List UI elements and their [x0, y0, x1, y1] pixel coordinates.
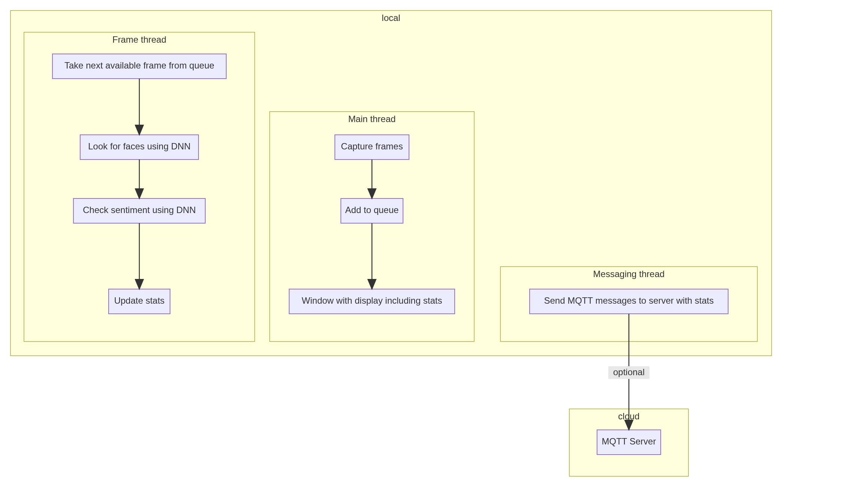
node-main-step3: Window with display including stats	[289, 289, 455, 314]
subgraph-main-thread-label: Main thread	[348, 114, 396, 124]
node-frame-step4: Update stats	[109, 289, 170, 314]
node-main-step1: Capture frames	[335, 135, 409, 160]
node-main-step3-label: Window with display including stats	[302, 295, 442, 306]
node-frame-step1: Take next available frame from queue	[52, 54, 226, 79]
flowchart-diagram: local Frame thread Take next available f…	[0, 0, 842, 504]
subgraph-messaging-thread-label: Messaging thread	[593, 269, 665, 279]
node-frame-step2: Look for faces using DNN	[80, 135, 199, 160]
node-main-step2-label: Add to queue	[345, 205, 399, 215]
node-frame-step3-label: Check sentiment using DNN	[83, 205, 196, 215]
node-mqtt-server: MQTT Server	[597, 430, 661, 455]
node-frame-step2-label: Look for faces using DNN	[88, 141, 190, 151]
node-main-step2: Add to queue	[341, 198, 403, 223]
subgraph-frame-thread-label: Frame thread	[112, 34, 166, 45]
node-frame-step4-label: Update stats	[114, 295, 165, 306]
edge-optional-label: optional	[613, 367, 645, 377]
node-msg-step1-label: Send MQTT messages to server with stats	[544, 295, 714, 306]
node-frame-step1-label: Take next available frame from queue	[64, 60, 214, 70]
node-frame-step3: Check sentiment using DNN	[73, 198, 205, 223]
node-main-step1-label: Capture frames	[341, 141, 403, 151]
node-mqtt-server-label: MQTT Server	[602, 436, 656, 446]
node-msg-step1: Send MQTT messages to server with stats	[530, 289, 728, 314]
subgraph-local-label: local	[382, 13, 400, 23]
